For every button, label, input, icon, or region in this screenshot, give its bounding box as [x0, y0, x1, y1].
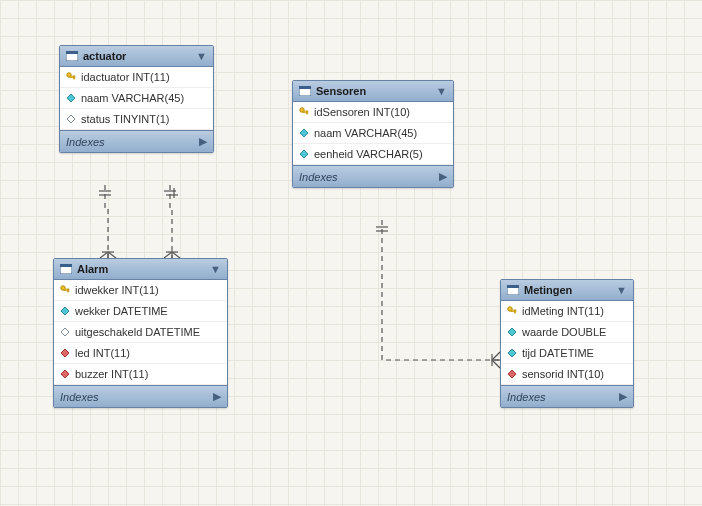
- svg-rect-27: [299, 86, 311, 89]
- svg-marker-25: [67, 115, 75, 123]
- table-title: Metingen: [524, 284, 611, 296]
- diamond-open-icon: [66, 114, 76, 124]
- column-name: led INT(11): [75, 347, 130, 359]
- table-sensoren[interactable]: Sensoren ▼ idSensoren INT(10) naam VARCH…: [292, 80, 454, 188]
- table-column[interactable]: tijd DATETIME: [501, 343, 633, 364]
- indexes-label: Indexes: [507, 391, 546, 403]
- table-column[interactable]: led INT(11): [54, 343, 227, 364]
- table-column[interactable]: sensorid INT(10): [501, 364, 633, 385]
- column-name: uitgeschakeld DATETIME: [75, 326, 200, 338]
- collapse-icon[interactable]: ▼: [210, 263, 221, 275]
- svg-line-16: [492, 352, 500, 360]
- column-name: idwekker INT(11): [75, 284, 159, 296]
- indexes-toggle[interactable]: Indexes ▶: [60, 130, 213, 152]
- svg-rect-30: [307, 111, 308, 114]
- table-column[interactable]: uitgeschakeld DATETIME: [54, 322, 227, 343]
- diamond-red-icon: [60, 348, 70, 358]
- indexes-label: Indexes: [299, 171, 338, 183]
- diamond-cyan-icon: [299, 149, 309, 159]
- indexes-toggle[interactable]: Indexes ▶: [293, 165, 453, 187]
- table-column[interactable]: waarde DOUBLE: [501, 322, 633, 343]
- chevron-right-icon: ▶: [439, 170, 447, 183]
- table-column[interactable]: idactuator INT(11): [60, 67, 213, 88]
- svg-rect-46: [515, 310, 516, 313]
- table-alarm[interactable]: Alarm ▼ idwekker INT(11) wekker DATETIME…: [53, 258, 228, 408]
- chevron-right-icon: ▶: [619, 390, 627, 403]
- table-title: Sensoren: [316, 85, 431, 97]
- column-name: idMeting INT(11): [522, 305, 604, 317]
- svg-marker-48: [508, 349, 516, 357]
- table-column[interactable]: eenheid VARCHAR(5): [293, 144, 453, 165]
- svg-marker-31: [300, 129, 308, 137]
- svg-marker-32: [300, 150, 308, 158]
- key-icon: [507, 306, 517, 316]
- svg-marker-47: [508, 328, 516, 336]
- indexes-label: Indexes: [60, 391, 99, 403]
- column-name: naam VARCHAR(45): [314, 127, 417, 139]
- svg-marker-40: [61, 349, 69, 357]
- table-icon: [66, 51, 78, 61]
- key-icon: [60, 285, 70, 295]
- svg-marker-38: [61, 307, 69, 315]
- svg-marker-39: [61, 328, 69, 336]
- table-column[interactable]: idMeting INT(11): [501, 301, 633, 322]
- svg-marker-41: [61, 370, 69, 378]
- diamond-cyan-icon: [66, 93, 76, 103]
- indexes-toggle[interactable]: Indexes ▶: [501, 385, 633, 407]
- svg-rect-23: [74, 76, 75, 79]
- chevron-right-icon: ▶: [199, 135, 207, 148]
- column-name: idactuator INT(11): [81, 71, 170, 83]
- svg-marker-24: [67, 94, 75, 102]
- diamond-cyan-icon: [299, 128, 309, 138]
- table-column[interactable]: status TINYINT(1): [60, 109, 213, 130]
- indexes-toggle[interactable]: Indexes ▶: [54, 385, 227, 407]
- diamond-red-icon: [507, 369, 517, 379]
- chevron-right-icon: ▶: [213, 390, 221, 403]
- svg-rect-20: [66, 51, 78, 54]
- column-name: idSensoren INT(10): [314, 106, 410, 118]
- key-icon: [66, 72, 76, 82]
- table-actuator[interactable]: actuator ▼ idactuator INT(11) naam VARCH…: [59, 45, 214, 153]
- svg-marker-49: [508, 370, 516, 378]
- table-column[interactable]: idwekker INT(11): [54, 280, 227, 301]
- table-metingen[interactable]: Metingen ▼ idMeting INT(11) waarde DOUBL…: [500, 279, 634, 408]
- svg-line-17: [492, 360, 500, 368]
- table-column[interactable]: buzzer INT(11): [54, 364, 227, 385]
- svg-rect-43: [507, 285, 519, 288]
- diamond-open-icon: [60, 327, 70, 337]
- column-name: waarde DOUBLE: [522, 326, 606, 338]
- diamond-cyan-icon: [507, 348, 517, 358]
- column-name: buzzer INT(11): [75, 368, 148, 380]
- collapse-icon[interactable]: ▼: [436, 85, 447, 97]
- table-header[interactable]: Alarm ▼: [54, 259, 227, 280]
- table-header[interactable]: actuator ▼: [60, 46, 213, 67]
- column-name: wekker DATETIME: [75, 305, 168, 317]
- column-name: status TINYINT(1): [81, 113, 169, 125]
- column-name: naam VARCHAR(45): [81, 92, 184, 104]
- column-name: tijd DATETIME: [522, 347, 594, 359]
- er-canvas[interactable]: actuator ▼ idactuator INT(11) naam VARCH…: [0, 0, 702, 506]
- table-column[interactable]: wekker DATETIME: [54, 301, 227, 322]
- svg-rect-34: [60, 264, 72, 267]
- indexes-label: Indexes: [66, 136, 105, 148]
- table-header[interactable]: Metingen ▼: [501, 280, 633, 301]
- table-title: actuator: [83, 50, 191, 62]
- diamond-cyan-icon: [507, 327, 517, 337]
- table-column[interactable]: naam VARCHAR(45): [293, 123, 453, 144]
- key-icon: [299, 107, 309, 117]
- diamond-red-icon: [60, 369, 70, 379]
- table-icon: [299, 86, 311, 96]
- table-header[interactable]: Sensoren ▼: [293, 81, 453, 102]
- column-name: eenheid VARCHAR(5): [314, 148, 423, 160]
- table-title: Alarm: [77, 263, 205, 275]
- table-icon: [60, 264, 72, 274]
- diamond-cyan-icon: [60, 306, 70, 316]
- collapse-icon[interactable]: ▼: [616, 284, 627, 296]
- collapse-icon[interactable]: ▼: [196, 50, 207, 62]
- table-column[interactable]: naam VARCHAR(45): [60, 88, 213, 109]
- svg-rect-37: [68, 289, 69, 292]
- column-name: sensorid INT(10): [522, 368, 604, 380]
- table-icon: [507, 285, 519, 295]
- table-column[interactable]: idSensoren INT(10): [293, 102, 453, 123]
